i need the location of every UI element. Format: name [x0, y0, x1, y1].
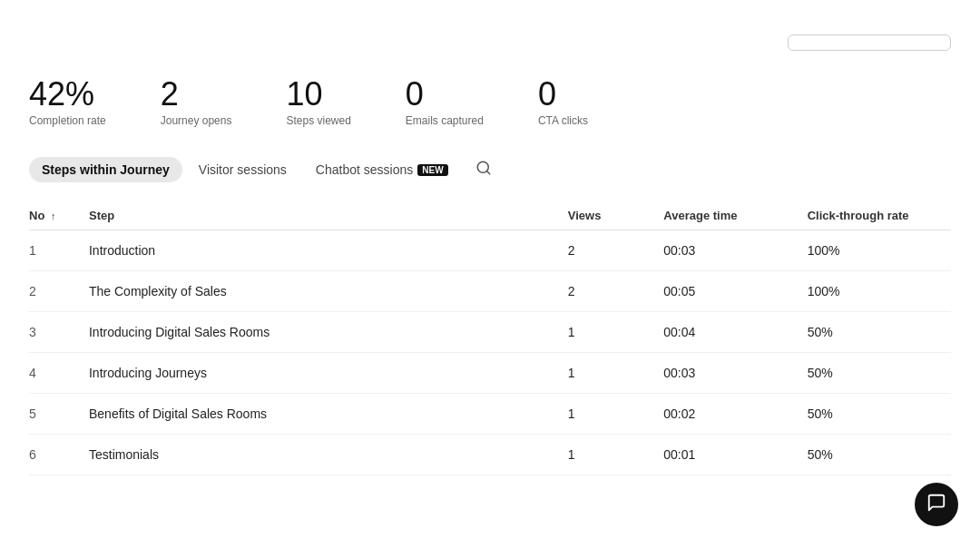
stat-label: Emails captured: [406, 114, 484, 127]
time-filter-dropdown[interactable]: [788, 34, 951, 51]
stat-label: Journey opens: [161, 114, 232, 127]
col-header-avg-time[interactable]: Average time: [663, 201, 807, 230]
cell-step: Introducing Journeys: [89, 352, 568, 393]
stat-item-steps-viewed: 10 Steps viewed: [286, 76, 350, 127]
cell-views: 2: [568, 230, 664, 270]
cell-no: 3: [29, 311, 89, 352]
stats-row: 42% Completion rate 2 Journey opens 10 S…: [29, 76, 951, 127]
table-row[interactable]: 1 Introduction 2 00:03 100%: [29, 230, 951, 270]
cell-step: Introduction: [89, 230, 568, 270]
sort-arrow-no: ↑: [51, 210, 56, 221]
stat-item-completion-rate: 42% Completion rate: [29, 76, 106, 127]
cell-views: 1: [568, 352, 664, 393]
cell-no: 6: [29, 434, 89, 475]
stat-value: 10: [286, 76, 350, 113]
cell-avg-time: 00:03: [663, 352, 807, 393]
cell-no: 2: [29, 270, 89, 311]
stat-label: Completion rate: [29, 114, 106, 127]
steps-table: No ↑ Step Views Average time Click-throu…: [29, 201, 951, 475]
cell-ctr: 100%: [808, 230, 951, 270]
chat-fab[interactable]: [915, 483, 958, 526]
col-header-no[interactable]: No ↑: [29, 201, 89, 230]
cell-views: 2: [568, 270, 664, 311]
stat-value: 0: [538, 76, 588, 113]
cell-views: 1: [568, 434, 664, 475]
header-row: [29, 29, 951, 51]
cell-ctr: 100%: [808, 270, 951, 311]
stat-item-emails-captured: 0 Emails captured: [406, 76, 484, 127]
tabs-row: Steps within JourneyVisitor sessionsChat…: [29, 156, 951, 183]
tab-visitor-sessions[interactable]: Visitor sessions: [186, 157, 299, 182]
stat-value: 2: [161, 76, 232, 113]
cell-ctr: 50%: [808, 393, 951, 434]
stat-value: 0: [406, 76, 484, 113]
col-header-views[interactable]: Views: [568, 201, 664, 230]
table-header: No ↑ Step Views Average time Click-throu…: [29, 201, 951, 230]
cell-views: 1: [568, 311, 664, 352]
stat-label: Steps viewed: [286, 114, 350, 127]
cell-avg-time: 00:04: [663, 311, 807, 352]
cell-no: 1: [29, 230, 89, 270]
cell-avg-time: 00:02: [663, 393, 807, 434]
cell-step: Benefits of Digital Sales Rooms: [89, 393, 568, 434]
table-row[interactable]: 5 Benefits of Digital Sales Rooms 1 00:0…: [29, 393, 951, 434]
table-body: 1 Introduction 2 00:03 100% 2 The Comple…: [29, 230, 951, 475]
stat-value: 42%: [29, 76, 106, 113]
table-row[interactable]: 4 Introducing Journeys 1 00:03 50%: [29, 352, 951, 393]
cell-step: Introducing Digital Sales Rooms: [89, 311, 568, 352]
cell-step: The Complexity of Sales: [89, 270, 568, 311]
stat-label: CTA clicks: [538, 114, 588, 127]
cell-no: 5: [29, 393, 89, 434]
cell-views: 1: [568, 393, 664, 434]
tab-steps-within-journey[interactable]: Steps within Journey: [29, 157, 182, 182]
search-button[interactable]: [472, 156, 495, 183]
cell-avg-time: 00:05: [663, 270, 807, 311]
col-header-ctr[interactable]: Click-through rate: [808, 201, 951, 230]
cell-avg-time: 00:03: [663, 230, 807, 270]
svg-line-1: [486, 171, 489, 173]
col-header-step[interactable]: Step: [89, 201, 568, 230]
cell-no: 4: [29, 352, 89, 393]
tab-chatbot-sessions[interactable]: Chatbot sessionsNEW: [303, 157, 461, 182]
cell-ctr: 50%: [808, 311, 951, 352]
cell-ctr: 50%: [808, 434, 951, 475]
cell-avg-time: 00:01: [663, 434, 807, 475]
tab-new-badge: NEW: [417, 164, 447, 176]
table-row[interactable]: 6 Testimonials 1 00:01 50%: [29, 434, 951, 475]
table-row[interactable]: 3 Introducing Digital Sales Rooms 1 00:0…: [29, 311, 951, 352]
stat-item-cta-clicks: 0 CTA clicks: [538, 76, 588, 127]
chat-icon: [926, 493, 946, 517]
table-row[interactable]: 2 The Complexity of Sales 2 00:05 100%: [29, 270, 951, 311]
cell-step: Testimonials: [89, 434, 568, 475]
stat-item-journey-opens: 2 Journey opens: [161, 76, 232, 127]
cell-ctr: 50%: [808, 352, 951, 393]
